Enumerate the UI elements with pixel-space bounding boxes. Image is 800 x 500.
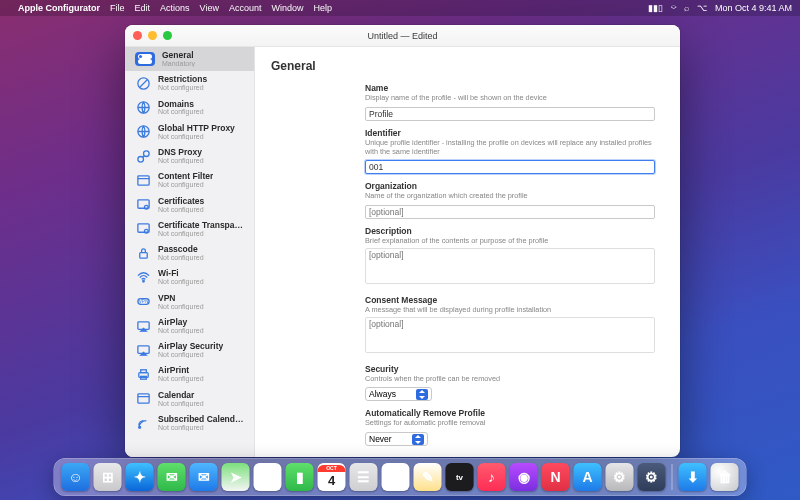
autoremove-select[interactable]: Never — [365, 432, 428, 446]
consent-label: Consent Message — [365, 295, 655, 305]
dock-app-calendar[interactable]: OCT4 — [318, 463, 346, 491]
sidebar-item-sub: Not configured — [158, 157, 204, 164]
field-name: Name Display name of the profile - will … — [365, 83, 655, 121]
sidebar-item-airplay-security[interactable]: AirPlay SecurityNot configured — [125, 338, 254, 362]
dock-app-facetime[interactable]: ▮ — [286, 463, 314, 491]
photos-icon: ✿ — [262, 469, 274, 485]
control-center-icon[interactable]: ⌥ — [697, 3, 707, 13]
dock-app-appstore[interactable]: A — [574, 463, 602, 491]
svg-point-10 — [144, 206, 148, 210]
sidebar-item-wi-fi[interactable]: Wi-FiNot configured — [125, 265, 254, 289]
sidebar-item-sub: Not configured — [158, 375, 204, 382]
dock-app-preferences[interactable]: ⚙ — [606, 463, 634, 491]
sidebar-item-passcode[interactable]: PasscodeNot configured — [125, 241, 254, 265]
dock-app-notes[interactable]: ✎ — [414, 463, 442, 491]
svg-rect-13 — [139, 252, 147, 258]
dock-downloads[interactable]: ⬇ — [679, 463, 707, 491]
svg-line-1 — [139, 80, 147, 88]
zoom-button[interactable] — [163, 31, 172, 40]
consent-input[interactable] — [365, 317, 655, 353]
spotlight-icon[interactable]: ⌕ — [684, 3, 689, 13]
dock-app-podcasts[interactable]: ◉ — [510, 463, 538, 491]
description-input[interactable] — [365, 248, 655, 284]
sidebar-item-dns-proxy[interactable]: DNS ProxyNot configured — [125, 144, 254, 168]
titlebar[interactable]: Untitled — Edited — [125, 25, 680, 47]
menu-file[interactable]: File — [110, 3, 125, 13]
dock-app-maps[interactable]: ➤ — [222, 463, 250, 491]
organization-label: Organization — [365, 181, 655, 191]
sidebar-item-subscribed-calendars[interactable]: Subscribed CalendarsNot configured — [125, 411, 254, 435]
dock-app-launchpad[interactable]: ⊞ — [94, 463, 122, 491]
window-title: Untitled — Edited — [367, 31, 437, 41]
music-icon: ♪ — [488, 469, 495, 485]
vpn-icon: VPN — [135, 294, 151, 310]
svg-line-6 — [142, 155, 144, 157]
menu-window[interactable]: Window — [271, 3, 303, 13]
sidebar-item-sub: Not configured — [158, 254, 204, 261]
dock-app-music[interactable]: ♪ — [478, 463, 506, 491]
dock-app-safari[interactable]: ✦ — [126, 463, 154, 491]
menu-actions[interactable]: Actions — [160, 3, 190, 13]
wifi-status-icon[interactable]: ⌔ — [671, 3, 676, 13]
app-name[interactable]: Apple Configurator — [18, 3, 100, 13]
menu-view[interactable]: View — [200, 3, 219, 13]
autoremove-desc: Settings for automatic profile removal — [365, 419, 655, 428]
sidebar-item-restrictions[interactable]: RestrictionsNot configured — [125, 71, 254, 95]
notes-icon: ✎ — [422, 469, 434, 485]
svg-rect-9 — [137, 200, 148, 208]
organization-input[interactable] — [365, 205, 655, 219]
minimize-button[interactable] — [148, 31, 157, 40]
close-button[interactable] — [133, 31, 142, 40]
sidebar-item-content-filter[interactable]: Content FilterNot configured — [125, 168, 254, 192]
dock-app-mail[interactable]: ✉ — [190, 463, 218, 491]
dock-trash[interactable]: 🗑 — [711, 463, 739, 491]
menu-account[interactable]: Account — [229, 3, 262, 13]
sidebar-item-domains[interactable]: DomainsNot configured — [125, 96, 254, 120]
name-input[interactable] — [365, 107, 655, 121]
preferences-icon: ⚙ — [613, 469, 626, 485]
calendar-icon — [135, 391, 151, 407]
sidebar-item-general[interactable]: GeneralMandatory — [125, 47, 254, 71]
svg-rect-20 — [140, 370, 146, 373]
svg-point-24 — [138, 426, 140, 428]
sidebar-item-label: Calendar — [158, 391, 204, 400]
sidebar-item-label: AirPrint — [158, 366, 204, 375]
sidebar-item-calendar[interactable]: CalendarNot configured — [125, 387, 254, 411]
sidebar-item-sub: Not configured — [158, 303, 204, 310]
dock-app-tv[interactable]: tv — [446, 463, 474, 491]
menubar: Apple Configurator File Edit Actions Vie… — [0, 0, 800, 16]
sidebar-item-certificates[interactable]: CertificatesNot configured — [125, 193, 254, 217]
sidebar-item-global-http-proxy[interactable]: Global HTTP ProxyNot configured — [125, 120, 254, 144]
identifier-input[interactable] — [365, 160, 655, 174]
configurator-icon: ⚙ — [645, 469, 658, 485]
field-consent: Consent Message A message that will be d… — [365, 295, 655, 357]
sidebar-item-label: AirPlay — [158, 318, 204, 327]
dock-app-messages[interactable]: ✉ — [158, 463, 186, 491]
globe-icon — [135, 100, 151, 116]
security-select[interactable]: Always — [365, 387, 432, 401]
airplay-icon — [135, 342, 151, 358]
menubar-clock[interactable]: Mon Oct 4 9:41 AM — [715, 3, 792, 13]
podcasts-icon: ◉ — [518, 469, 530, 485]
dock-app-photos[interactable]: ✿ — [254, 463, 282, 491]
mail-icon: ✉ — [198, 469, 210, 485]
dns-icon — [135, 148, 151, 164]
sidebar-item-airplay[interactable]: AirPlayNot configured — [125, 314, 254, 338]
menu-help[interactable]: Help — [313, 3, 332, 13]
sidebar-item-sub: Not configured — [158, 230, 246, 237]
profile-window: Untitled — Edited GeneralMandatoryRestri… — [125, 25, 680, 457]
sidebar-item-vpn[interactable]: VPNVPNNot configured — [125, 290, 254, 314]
filter-icon — [135, 172, 151, 188]
dock-app-contacts[interactable]: ☰ — [350, 463, 378, 491]
menu-edit[interactable]: Edit — [135, 3, 151, 13]
subscribed-cal-icon — [135, 415, 151, 431]
sidebar-item-sub: Mandatory — [162, 60, 195, 67]
dock-app-reminders[interactable]: ☰ — [382, 463, 410, 491]
dock-app-finder[interactable]: ☺ — [62, 463, 90, 491]
battery-icon[interactable]: ▮▮▯ — [648, 3, 663, 13]
sidebar-item-airprint[interactable]: AirPrintNot configured — [125, 362, 254, 386]
organization-desc: Name of the organization which created t… — [365, 192, 655, 201]
sidebar-item-certificate-transparency[interactable]: Certificate TransparencyNot configured — [125, 217, 254, 241]
dock-app-configurator[interactable]: ⚙ — [638, 463, 666, 491]
dock-app-news[interactable]: N — [542, 463, 570, 491]
